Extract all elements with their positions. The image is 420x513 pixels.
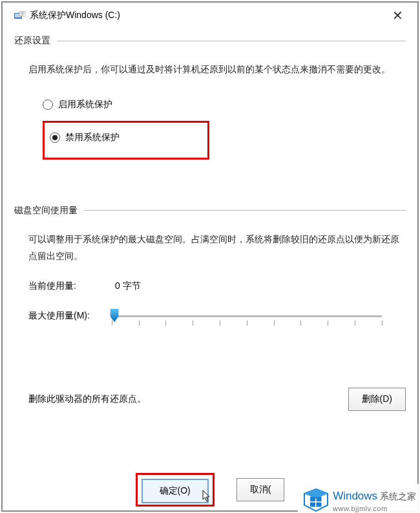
disk-description: 可以调整用于系统保护的最大磁盘空间。占满空间时，系统将删除较旧的还原点以便为新还… <box>28 231 406 265</box>
ok-button[interactable]: 确定(O) <box>142 479 209 503</box>
watermark-main: Windows <box>333 490 377 502</box>
radio-icon <box>43 99 53 110</box>
restore-section-title: 还原设置 <box>14 35 50 47</box>
max-usage-label: 最大使用量(M): <box>28 310 90 322</box>
disk-section-title: 磁盘空间使用量 <box>14 205 78 216</box>
radio-icon <box>50 132 60 143</box>
svg-rect-8 <box>310 503 315 507</box>
svg-rect-7 <box>317 497 322 501</box>
protection-radio-group: 启用系统保护 禁用系统保护 <box>43 94 406 160</box>
system-protection-icon <box>14 11 26 20</box>
delete-button[interactable]: 删除(D) <box>348 388 406 411</box>
radio-disable-protection[interactable]: 禁用系统保护 <box>50 132 202 143</box>
restore-section-header: 还原设置 <box>14 35 406 47</box>
delete-description: 删除此驱动器的所有还原点。 <box>28 393 146 405</box>
cancel-button[interactable]: 取消( <box>236 478 285 501</box>
watermark-sub: 系统之家 <box>380 491 416 501</box>
max-usage-slider[interactable] <box>112 310 382 330</box>
window-title: 系统保护Windows (C:) <box>30 10 120 21</box>
svg-rect-9 <box>317 503 322 507</box>
radio-disable-label: 禁用系统保护 <box>65 132 120 143</box>
svg-rect-6 <box>310 497 315 501</box>
ok-button-label: 确定(O) <box>160 485 191 496</box>
slider-thumb-icon[interactable] <box>109 309 120 323</box>
watermark: Windows 系统之家 www.bjjmlv.com <box>298 484 420 513</box>
titlebar: 系统保护Windows (C:) ✕ <box>14 9 406 31</box>
radio-enable-label: 启用系统保护 <box>58 99 112 110</box>
restore-description: 启用系统保护后，你可以通过及时将计算机还原到以前的某个状态点来撤消不需要的更改。 <box>28 61 406 78</box>
watermark-url: www.bjjmlv.com <box>333 505 387 512</box>
current-usage-label: 当前使用量: <box>28 280 76 292</box>
close-icon[interactable]: ✕ <box>390 9 406 22</box>
radio-enable-protection[interactable]: 启用系统保护 <box>43 94 406 116</box>
current-usage-value: 0 字节 <box>115 280 141 292</box>
highlight-ok-button: 确定(O) <box>136 473 215 507</box>
disk-section-header: 磁盘空间使用量 <box>14 205 406 216</box>
windows-logo-icon <box>303 488 329 513</box>
current-usage-row: 当前使用量: 0 字节 <box>28 280 406 292</box>
highlight-disable-selection: 禁用系统保护 <box>43 121 209 160</box>
cursor-icon <box>202 490 211 505</box>
